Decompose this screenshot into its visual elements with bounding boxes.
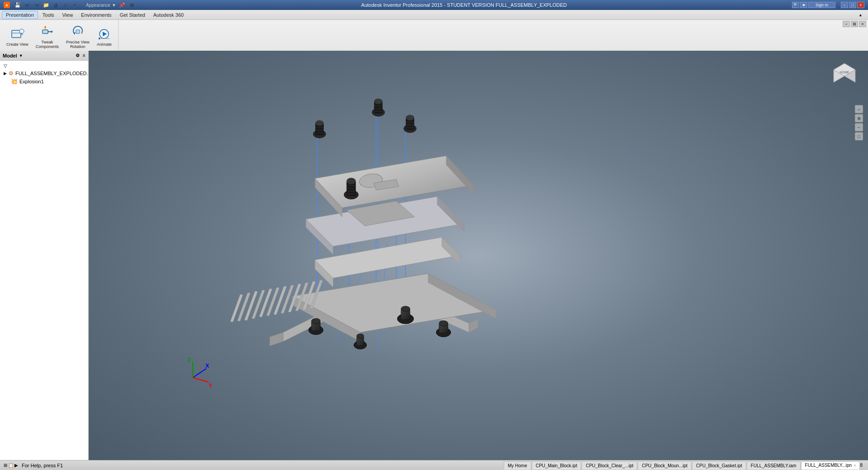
tweak-components-button[interactable]: TweakComponents [33,23,62,51]
menu-get-started[interactable]: Get Started [116,11,148,19]
menu-tools[interactable]: Tools [39,11,58,19]
create-view-button[interactable]: Create View [4,25,31,48]
animate-button[interactable]: Animate [94,25,114,48]
sidebar-title-area: Model ▼ [3,53,23,58]
tab-label-full-ipn: FULL_ASSEMBLY...ipn [805,463,852,468]
tree-item-assembly[interactable]: ▶ ⚙ FULL_ASSEMBLY_EXPLODED.ipn [2,69,86,77]
filter-icon: ▽ [4,63,7,68]
statusbar-icon2[interactable]: 📋 [8,463,14,468]
tab-my-home[interactable]: My Home [504,461,531,470]
qa-extra2[interactable]: ⊞ [128,1,136,9]
svg-rect-32 [244,291,258,321]
qa-open[interactable]: 📁 [42,1,50,9]
menu-environments[interactable]: Environments [77,11,115,19]
qa-print[interactable]: 🖨 [52,1,60,9]
panel-restore-btn[interactable]: ⧉ [851,21,858,27]
svg-point-2 [19,29,24,34]
tab-label-cpu-clear: CPU_Block_Clear_...ipt [586,463,633,468]
explosion-icon: 💥 [11,78,18,85]
tab-label-cpu-moun: CPU_Block_Moun...ipt [642,463,687,468]
tab-full-assembly-iam[interactable]: FULL_ASSEMBLY.iam [747,461,801,470]
sidebar-title: Model [3,53,17,58]
tree-item-explosion[interactable]: 💥 Explosion1 [2,77,86,86]
svg-point-59 [401,306,410,312]
menu-bar: Presentation Tools View Environments Get… [0,10,868,20]
appearance-dropdown[interactable]: Appearance ▼ [86,3,116,8]
animate-label: Animate [97,42,112,47]
tab-label-cpu-gasket: CPU_Block_Gasket.ipt [696,463,742,468]
create-view-label: Create View [6,42,29,47]
qa-save[interactable]: 💾 [14,1,22,9]
svg-point-77 [374,99,382,104]
document-tabs: My Home CPU_Main_Block.ipt CPU_Block_Cle… [504,461,860,470]
panel-close-btn[interactable]: × [859,21,866,27]
sidebar-header: Model ▼ ⚙ × [0,51,88,61]
statusbar-icon3[interactable]: ▶ [14,463,18,468]
window-controls: 🔍 ★ Sign In − □ × [792,2,864,8]
svg-marker-9 [73,32,76,35]
tab-close-full-ipn[interactable]: × [854,463,856,468]
close-button[interactable]: × [857,2,864,8]
app-icon: A [4,2,10,8]
window-title: Autodesk Inventor Professional 2015 - ST… [136,2,792,8]
titlebar-left: A 💾 ↩ ↪ 📁 🖨 ⌂ ▼ Appearance ▼ 📌 ⊞ [4,1,136,9]
tab-label-full-iam: FULL_ASSEMBLY.iam [751,463,796,468]
menu-view[interactable]: View [58,11,76,19]
tab-cpu-block-moun[interactable]: CPU_Block_Moun...ipt [638,461,692,470]
precise-view-rotation-button[interactable]: Precise ViewRotation [63,23,92,51]
svg-text:Y: Y [209,383,212,389]
signin-btn[interactable]: Sign In [808,2,835,8]
tab-label-my-home: My Home [508,463,527,468]
status-page-num: 8 [860,463,866,468]
menu-autodesk360[interactable]: Autodesk 360 [150,11,187,19]
view-cube[interactable]: HOME [830,60,859,89]
tab-cpu-block-gasket[interactable]: CPU_Block_Gasket.ipt [692,461,746,470]
sidebar-content: ▽ ▶ ⚙ FULL_ASSEMBLY_EXPLODED.ipn 💥 Explo… [0,61,88,460]
svg-point-65 [439,321,448,326]
nav-btn-3[interactable]: − [855,123,863,131]
sidebar-dropdown-arrow[interactable]: ▼ [19,53,23,58]
menu-expand[interactable]: ▲ [855,12,866,18]
maximize-button[interactable]: □ [849,2,856,8]
svg-marker-24 [270,332,283,346]
tab-label-cpu-main: CPU_Main_Block.ipt [536,463,577,468]
tweak-label: TweakComponents [36,40,59,49]
assembly-label: FULL_ASSEMBLY_EXPLODED.ipn [15,71,88,76]
expand-arrow: ▶ [4,71,7,76]
panel-minimize-btn[interactable]: − [843,21,850,27]
svg-point-90 [406,115,414,120]
qa-redo[interactable]: ↪ [33,1,41,9]
tab-cpu-block-clear[interactable]: CPU_Block_Clear_...ipt [582,461,637,470]
minimize-button[interactable]: − [841,2,848,8]
star-btn[interactable]: ★ [800,2,807,8]
svg-line-91 [193,369,206,378]
tree-item-filter[interactable]: ▽ [2,62,86,69]
qa-home[interactable]: ⌂ [61,1,69,9]
viewport-canvas[interactable]: X Y Z HOME ↔ ⊕ − □ [89,51,868,460]
sidebar-controls: ⚙ × [74,53,86,59]
tab-cpu-main-block[interactable]: CPU_Main_Block.ipt [532,461,582,470]
sidebar-panel: Model ▼ ⚙ × ▽ ▶ ⚙ FULL_ASSEMBLY_EXPLODED… [0,51,89,460]
sidebar-close-btn[interactable]: × [82,53,86,59]
svg-text:Z: Z [187,357,191,363]
tab-full-assembly-ipn[interactable]: FULL_ASSEMBLY...ipn × [801,461,860,470]
search-btn[interactable]: 🔍 [792,2,799,8]
svg-point-62 [357,334,364,338]
svg-marker-6 [51,30,53,33]
qa-dropdown[interactable]: ▼ [71,1,79,9]
nav-btn-2[interactable]: ⊕ [855,114,863,122]
menu-presentation[interactable]: Presentation [2,11,38,19]
sidebar-settings-btn[interactable]: ⚙ [74,53,81,59]
ribbon-group-content: Create View TweakComponents [4,22,114,52]
svg-marker-26 [469,319,478,332]
qa-extra1[interactable]: 📌 [118,1,126,9]
svg-point-84 [347,178,356,184]
tweak-icon [40,24,54,39]
rotation-label: Precise ViewRotation [66,40,90,49]
statusbar-icon1[interactable]: ⊞ [4,463,7,468]
nav-btn-4[interactable]: □ [855,132,863,140]
nav-panel-right: ↔ ⊕ − □ [854,105,863,140]
qa-undo[interactable]: ↩ [23,1,31,9]
explosion-label: Explosion1 [19,79,44,84]
nav-btn-1[interactable]: ↔ [855,105,863,113]
